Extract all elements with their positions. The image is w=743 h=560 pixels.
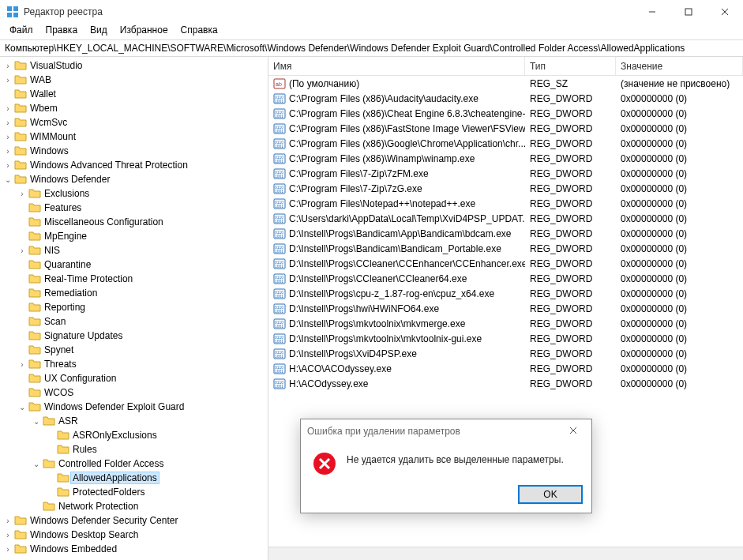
tree-item[interactable]: ›Windows — [3, 144, 268, 158]
tree-item[interactable]: MpEngine — [17, 229, 268, 243]
chevron-right-icon[interactable]: › — [3, 531, 13, 539]
value-row[interactable]: 01101001C:\Program Files\Notepad++\notep… — [268, 196, 743, 211]
tree-item[interactable]: ⌄Controlled Folder Access — [32, 457, 268, 471]
value-row[interactable]: ab(По умолчанию)REG_SZ(значение не присв… — [268, 76, 743, 91]
value-row[interactable]: 01101001D:\Instell\Progs\XviD4PSP.exeREG… — [268, 346, 743, 361]
minimize-button[interactable] — [634, 0, 670, 24]
chevron-right-icon[interactable]: › — [3, 545, 13, 554]
tree-item[interactable]: Features — [17, 201, 268, 215]
tree-item[interactable]: Signature Updates — [17, 329, 268, 343]
chevron-right-icon[interactable]: › — [3, 517, 13, 525]
value-row[interactable]: 01101001D:\Instell\Progs\CCleaner\CClean… — [268, 271, 743, 286]
value-row[interactable]: 01101001D:\Instell\Progs\mkvtoolnix\mkvt… — [268, 331, 743, 346]
tree-item[interactable]: ›Windows Advanced Threat Protection — [3, 158, 268, 172]
chevron-down-icon[interactable]: ⌄ — [17, 403, 27, 412]
tree-item-label: WcmSvc — [28, 117, 69, 128]
svg-text:1001: 1001 — [275, 189, 283, 194]
menu-edit[interactable]: Правка — [41, 23, 83, 37]
value-name: C:\Program Files (x86)\Winamp\winamp.exe — [289, 153, 475, 164]
col-header-type[interactable]: Тип — [525, 57, 616, 75]
chevron-right-icon[interactable]: › — [3, 76, 13, 85]
tree-item[interactable]: AllowedApplications — [46, 471, 268, 485]
tree-item[interactable]: ›Windows Desktop Search — [3, 528, 268, 542]
tree-item[interactable]: ⌄Windows Defender Exploit Guard — [17, 400, 268, 414]
reg-dword-icon: 01101001 — [273, 348, 286, 360]
col-header-value[interactable]: Значение — [616, 57, 743, 75]
tree-item[interactable]: ›Wbem — [3, 101, 268, 115]
tree-item[interactable]: Miscellaneous Configuration — [17, 215, 268, 229]
tree-item[interactable]: ›WIMMount — [3, 130, 268, 144]
value-row[interactable]: 01101001C:\Program Files (x86)\Google\Ch… — [268, 136, 743, 151]
menu-help[interactable]: Справка — [176, 23, 223, 37]
tree-item[interactable]: Scan — [17, 314, 268, 329]
value-name: D:\Instell\Progs\CCleaner\CCEnhancer\CCE… — [289, 258, 525, 269]
chevron-right-icon[interactable]: › — [3, 147, 13, 156]
value-row[interactable]: 01101001H:\ACO\ACOdyssey.exeREG_DWORD0x0… — [268, 361, 743, 376]
value-row[interactable]: 01101001C:\Program Files (x86)\Winamp\wi… — [268, 151, 743, 166]
value-row[interactable]: 01101001D:\Instell\Progs\Bandicam\App\Ba… — [268, 226, 743, 241]
chevron-right-icon[interactable]: › — [3, 118, 13, 127]
chevron-down-icon[interactable]: ⌄ — [32, 460, 41, 468]
chevron-right-icon[interactable]: › — [3, 104, 13, 113]
close-button[interactable] — [707, 0, 743, 24]
chevron-right-icon[interactable]: › — [3, 161, 13, 170]
value-row[interactable]: 01101001C:\Program Files\7-Zip\7zFM.exeR… — [268, 166, 743, 181]
tree-item[interactable]: Rules — [46, 442, 268, 457]
tree-item-label: Network Protection — [57, 501, 140, 512]
chevron-right-icon[interactable]: › — [17, 360, 27, 369]
reg-dword-icon: 01101001 — [273, 288, 286, 300]
tree-item[interactable]: ⌄ASR — [32, 414, 268, 428]
tree-item[interactable]: Reporting — [17, 300, 268, 314]
tree-item[interactable]: Quarantine — [17, 257, 268, 272]
dialog-ok-button[interactable]: OK — [519, 486, 582, 503]
tree-item[interactable]: Network Protection — [32, 499, 268, 513]
value-row[interactable]: 01101001C:\Program Files (x86)\Cheat Eng… — [268, 106, 743, 121]
tree-item[interactable]: ProtectedFolders — [46, 485, 268, 499]
tree-item[interactable]: ›Threats — [17, 357, 268, 371]
tree-item[interactable]: Spynet — [17, 343, 268, 357]
tree-item[interactable]: Wallet — [3, 87, 268, 101]
value-row[interactable]: 01101001D:\Instell\Progs\hwi\HWiNFO64.ex… — [268, 301, 743, 316]
value-row[interactable]: 01101001D:\Instell\Progs\mkvtoolnix\mkvm… — [268, 316, 743, 331]
col-header-name[interactable]: Имя — [268, 57, 525, 75]
chevron-right-icon[interactable]: › — [17, 246, 27, 255]
value-row[interactable]: 01101001H:\ACOdyssey.exeREG_DWORD0x00000… — [268, 376, 743, 391]
tree-item[interactable]: ⌄Windows Defender — [3, 172, 268, 186]
tree-item[interactable]: ›WcmSvc — [3, 115, 268, 130]
address-bar[interactable]: Компьютер\HKEY_LOCAL_MACHINE\SOFTWARE\Mi… — [0, 39, 743, 57]
value-type: REG_DWORD — [525, 273, 616, 284]
menu-file[interactable]: Файл — [5, 23, 38, 37]
value-row[interactable]: 01101001D:\Instell\Progs\CCleaner\CCEnha… — [268, 256, 743, 271]
tree-item[interactable]: ›WAB — [3, 73, 268, 87]
value-row[interactable]: 01101001C:\Program Files (x86)\FastStone… — [268, 121, 743, 136]
tree-item[interactable]: WCOS — [17, 385, 268, 400]
tree-item[interactable]: ›NIS — [17, 243, 268, 257]
tree-item[interactable]: Real-Time Protection — [17, 272, 268, 286]
tree-item[interactable]: ›VisualStudio — [3, 58, 268, 73]
value-row[interactable]: 01101001C:\Program Files\7-Zip\7zG.exeRE… — [268, 181, 743, 196]
folder-icon — [28, 258, 41, 271]
tree-item[interactable]: ›Exclusions — [17, 186, 268, 201]
menu-favorites[interactable]: Избранное — [115, 23, 173, 37]
chevron-right-icon[interactable]: › — [3, 62, 13, 70]
chevron-down-icon[interactable]: ⌄ — [3, 175, 13, 184]
tree-item[interactable]: Remediation — [17, 286, 268, 300]
tree-item[interactable]: ›Windows Embedded — [3, 542, 268, 556]
value-row[interactable]: 01101001D:\Instell\Progs\cpu-z_1.87-rog-… — [268, 286, 743, 301]
horizontal-scrollbar[interactable] — [268, 547, 743, 560]
tree-item[interactable]: ›Windows Defender Security Center — [3, 513, 268, 528]
value-row[interactable]: 01101001D:\Instell\Progs\Bandicam\Bandic… — [268, 241, 743, 256]
tree-pane[interactable]: ›VisualStudio›WABWallet›Wbem›WcmSvc›WIMM… — [0, 57, 268, 560]
tree-item[interactable]: ASROnlyExclusions — [46, 428, 268, 442]
chevron-right-icon[interactable]: › — [17, 190, 27, 198]
maximize-button[interactable] — [670, 0, 707, 24]
dialog-close-button[interactable] — [561, 426, 585, 437]
value-row[interactable]: 01101001C:\Program Files (x86)\Audacity\… — [268, 91, 743, 106]
chevron-right-icon[interactable]: › — [3, 133, 13, 141]
tree-item[interactable]: UX Configuration — [17, 371, 268, 385]
svg-text:1001: 1001 — [275, 369, 283, 374]
reg-dword-icon: 01101001 — [273, 137, 286, 150]
menu-view[interactable]: Вид — [85, 23, 112, 37]
chevron-down-icon[interactable]: ⌄ — [32, 417, 41, 426]
value-row[interactable]: 01101001C:\Users\darki\AppData\Local\Tem… — [268, 211, 743, 226]
